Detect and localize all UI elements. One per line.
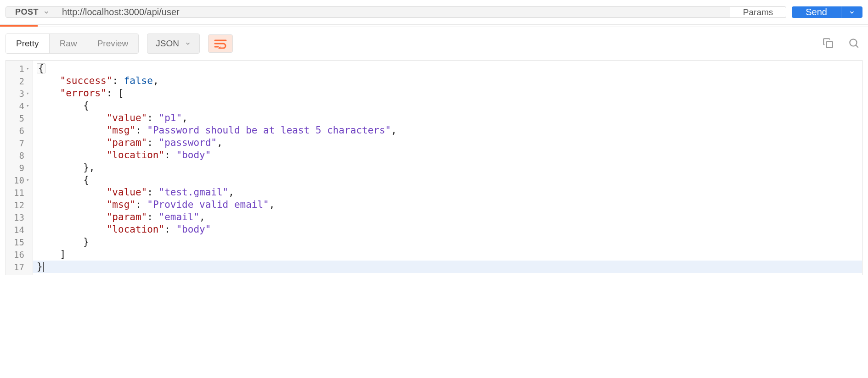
- svg-line-5: [856, 45, 858, 47]
- code-line: "location": "body": [33, 223, 862, 236]
- code-line: "param": "email",: [33, 211, 862, 223]
- code-line: {: [33, 100, 862, 112]
- code-line: {: [33, 62, 862, 75]
- code-content: { "success": false, "errors": [ { "value…: [33, 61, 862, 275]
- code-line: "value": "test.gmail",: [33, 186, 862, 199]
- line-number: 5: [19, 113, 24, 123]
- line-number: 3: [19, 89, 24, 99]
- chevron-down-icon: [849, 9, 855, 16]
- fold-toggle[interactable]: ▾: [26, 103, 30, 109]
- tab-preview[interactable]: Preview: [87, 34, 139, 53]
- wrap-icon: [214, 39, 227, 49]
- code-line: },: [33, 161, 862, 174]
- fold-toggle[interactable]: ▾: [26, 90, 30, 96]
- code-line: "errors": [: [33, 87, 862, 100]
- code-line: "value": "p1",: [33, 112, 862, 124]
- svg-rect-3: [827, 41, 833, 47]
- tab-pretty[interactable]: Pretty: [6, 34, 50, 53]
- line-number: 9: [19, 163, 24, 173]
- url-input[interactable]: http://localhost:3000/api/user: [54, 6, 730, 18]
- line-number: 17: [14, 262, 24, 272]
- send-dropdown-button[interactable]: [841, 6, 862, 18]
- code-line: "location": "body": [33, 149, 862, 161]
- line-number: 8: [19, 150, 24, 161]
- line-number: 11: [14, 188, 24, 198]
- code-line: }: [33, 236, 862, 248]
- line-number: 16: [14, 250, 24, 260]
- svg-point-4: [850, 39, 857, 46]
- view-tabs: Pretty Raw Preview: [6, 33, 139, 54]
- code-line: }: [33, 261, 862, 273]
- http-method-label: POST: [15, 7, 39, 17]
- chevron-down-icon: [185, 40, 191, 47]
- code-line: "success": false,: [33, 75, 862, 87]
- request-bar: POST http://localhost:3000/api/user Para…: [0, 0, 868, 25]
- send-button[interactable]: Send: [792, 6, 841, 18]
- line-gutter: 1▾ 2 3▾ 4▾ 5 6 7 8 9 10▾ 11 12 13 14 15 …: [6, 61, 33, 275]
- send-group: Send: [792, 6, 862, 18]
- line-number: 1: [19, 64, 24, 74]
- url-text: http://localhost:3000/api/user: [62, 7, 180, 17]
- code-line: ]: [33, 248, 862, 261]
- fold-toggle[interactable]: ▾: [26, 66, 30, 72]
- line-number: 4: [19, 101, 24, 111]
- line-number: 12: [14, 200, 24, 210]
- wrap-lines-button[interactable]: [208, 34, 233, 53]
- code-line: "msg": "Provide valid email",: [33, 199, 862, 211]
- http-method-select[interactable]: POST: [6, 6, 59, 18]
- line-number: 2: [19, 76, 24, 86]
- code-line: {: [33, 174, 862, 186]
- chevron-down-icon: [43, 9, 50, 16]
- tab-raw[interactable]: Raw: [50, 34, 87, 53]
- response-body-editor[interactable]: 1▾ 2 3▾ 4▾ 5 6 7 8 9 10▾ 11 12 13 14 15 …: [6, 60, 862, 275]
- line-number: 14: [14, 225, 24, 235]
- line-number: 10: [14, 175, 24, 185]
- line-number: 6: [19, 126, 24, 136]
- line-number: 15: [14, 237, 24, 247]
- search-icon: [848, 37, 860, 49]
- copy-icon: [822, 37, 834, 49]
- search-button[interactable]: [845, 34, 862, 53]
- params-button[interactable]: Params: [730, 6, 786, 18]
- line-number: 7: [19, 138, 24, 148]
- code-line: "msg": "Password should be at least 5 ch…: [33, 124, 862, 137]
- code-line: "param": "password",: [33, 137, 862, 149]
- fold-toggle[interactable]: ▾: [26, 177, 30, 183]
- copy-button[interactable]: [819, 34, 837, 53]
- url-group: POST http://localhost:3000/api/user Para…: [6, 6, 786, 18]
- response-toolbar: Pretty Raw Preview JSON: [0, 27, 868, 60]
- text-cursor: [43, 262, 44, 272]
- line-number: 13: [14, 212, 24, 222]
- format-label: JSON: [156, 39, 179, 49]
- format-select[interactable]: JSON: [147, 33, 200, 54]
